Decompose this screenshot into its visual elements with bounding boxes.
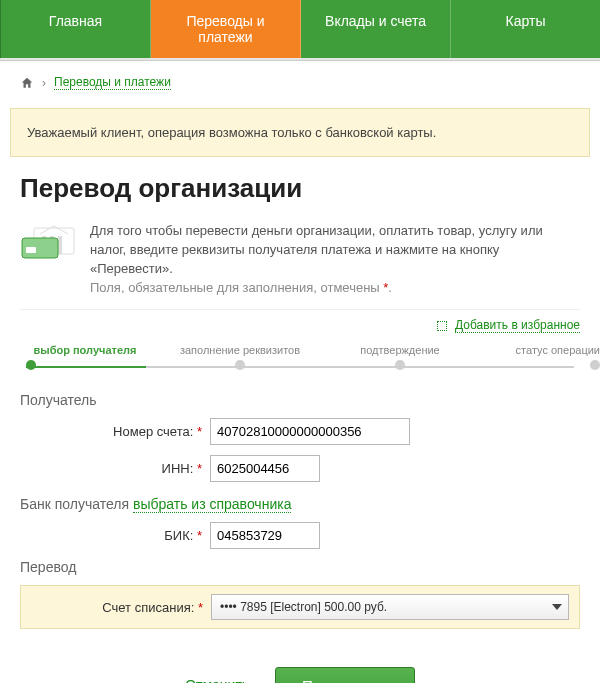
debit-account-select[interactable]: •••• 7895 [Electron] 500.00 руб. (211, 594, 569, 620)
bank-directory-link[interactable]: выбрать из справочника (133, 496, 291, 513)
intro-block: Для того чтобы перевести деньги организа… (20, 222, 580, 310)
chevron-down-icon (552, 604, 562, 610)
step-recipient: выбор получателя (20, 344, 150, 370)
tab-deposits[interactable]: Вклады и счета (301, 0, 451, 58)
step-confirm: подтверждение (340, 344, 460, 370)
section-bank: Банк получателя (20, 496, 129, 512)
account-input[interactable] (210, 418, 410, 445)
intro-text: Для того чтобы перевести деньги организа… (90, 223, 543, 276)
continue-button[interactable]: Продолжить (275, 667, 415, 683)
breadcrumb-separator: › (42, 76, 46, 90)
intro-muted: Поля, обязательные для заполнения, отмеч… (90, 280, 380, 295)
account-label: Номер счета: * (20, 424, 210, 439)
favorite-icon (437, 321, 447, 331)
alert-banner: Уважаемый клиент, операция возможна толь… (10, 108, 590, 157)
inn-label: ИНН: * (20, 461, 210, 476)
page-title: Перевод организации (20, 173, 580, 204)
add-favorite-link[interactable]: Добавить в избранное (455, 318, 580, 333)
home-icon[interactable] (20, 76, 34, 90)
breadcrumb-link[interactable]: Переводы и платежи (54, 75, 171, 90)
section-transfer: Перевод (20, 559, 580, 575)
main-nav: Главная Переводы и платежи Вклады и счет… (0, 0, 600, 58)
tab-transfers[interactable]: Переводы и платежи (151, 0, 301, 58)
bik-label: БИК: * (20, 528, 210, 543)
debit-account-label: Счет списания: * (21, 600, 211, 615)
tab-home[interactable]: Главная (0, 0, 151, 58)
svg-rect-5 (26, 247, 36, 253)
breadcrumb: › Переводы и платежи (0, 61, 600, 100)
debit-account-value: •••• 7895 [Electron] 500.00 руб. (220, 600, 387, 614)
step-progress: выбор получателя заполнение реквизитов п… (20, 344, 580, 374)
inn-input[interactable] (210, 455, 320, 482)
step-status: статус операции (480, 344, 600, 370)
tab-cards[interactable]: Карты (451, 0, 600, 58)
bik-input[interactable] (210, 522, 320, 549)
step-details: заполнение реквизитов (160, 344, 320, 370)
svg-rect-3 (58, 236, 62, 254)
section-recipient: Получатель (20, 392, 580, 408)
card-icon (20, 224, 76, 297)
cancel-button[interactable]: Отменить (185, 677, 249, 683)
